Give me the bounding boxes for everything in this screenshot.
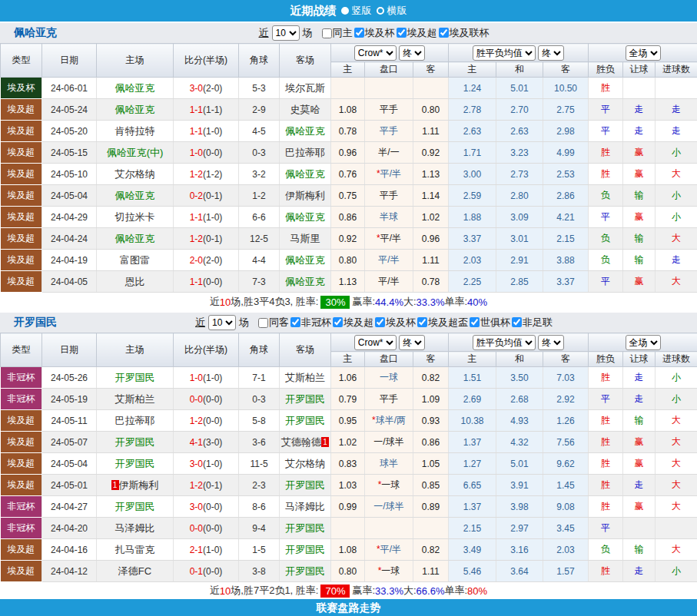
crow-handicap: 平手 — [365, 389, 413, 410]
team-link[interactable]: 扎马雷克 — [115, 544, 155, 555]
filter-checkbox[interactable] — [333, 317, 343, 327]
team-link[interactable]: 艾尔格纳 — [115, 168, 155, 180]
odds-source-select[interactable]: Crow* — [354, 45, 397, 61]
team-link[interactable]: 开罗国民 — [115, 436, 155, 448]
team-link[interactable]: 佩哈亚克 — [285, 254, 325, 266]
team-link[interactable]: 艾尔格纳 — [285, 458, 325, 469]
filter-checkbox[interactable] — [417, 317, 427, 327]
team-link[interactable]: 史莫哈 — [290, 104, 320, 115]
avg-home-odds: 3.37 — [449, 228, 496, 250]
match-count-select[interactable]: 10 — [272, 25, 300, 41]
filter-埃及超盃[interactable]: 埃及超盃 — [417, 316, 468, 330]
avg-home-odds: 2.15 — [449, 518, 496, 539]
score: 2-0(2-0) — [174, 250, 239, 271]
team-link[interactable]: 佩哈亚克 — [285, 211, 325, 223]
filter-埃及杯[interactable]: 埃及杯 — [354, 26, 395, 40]
filter-埃及超[interactable]: 埃及超 — [397, 26, 437, 40]
team-link[interactable]: 埃尔瓦斯 — [285, 82, 325, 94]
same-venue-checkbox[interactable]: 同客 — [251, 316, 289, 330]
team-link[interactable]: 开罗国民 — [115, 372, 155, 383]
team-link[interactable]: 艾德翰德 — [281, 436, 321, 448]
filter-世俱杯[interactable]: 世俱杯 — [470, 316, 510, 330]
fulltime-select[interactable]: 全场 — [626, 335, 661, 350]
filter-checkbox[interactable] — [512, 317, 522, 327]
team-link[interactable]: 泽德FC — [118, 565, 151, 577]
team-link[interactable]: 开罗国民 — [285, 479, 325, 491]
result-handicap: 走 — [623, 99, 656, 121]
team-link[interactable]: 佩哈亚克 — [285, 168, 325, 180]
filter-埃及杯[interactable]: 埃及杯 — [375, 316, 416, 330]
page-title: 近期战绩 — [290, 4, 337, 18]
team-link[interactable]: 马泽姆比 — [115, 522, 155, 534]
filter-checkbox[interactable] — [439, 28, 449, 38]
team-link[interactable]: 佩哈亚克 — [285, 125, 325, 137]
same-venue-box[interactable] — [322, 28, 332, 38]
team-link[interactable]: 富图雷 — [120, 254, 150, 266]
odds-final-select[interactable]: 终 — [399, 335, 425, 350]
filter-埃及超[interactable]: 埃及超 — [333, 316, 373, 330]
match-type-badge: 埃及超 — [1, 561, 42, 582]
avg-away-odds: 9.08 — [543, 496, 589, 518]
team-link[interactable]: 佩哈亚克 — [285, 276, 325, 287]
team-link[interactable]: 肯特拉特 — [115, 125, 155, 137]
avg-final-select[interactable]: 终 — [538, 45, 564, 61]
team-link[interactable]: 佩哈亚克 — [115, 82, 155, 94]
radio-unselected-icon[interactable] — [377, 7, 384, 15]
filter-checkbox[interactable] — [290, 317, 300, 327]
team-link[interactable]: 恩比 — [125, 276, 145, 287]
filter-checkbox[interactable] — [470, 317, 480, 327]
team-name[interactable]: 开罗国民 — [14, 316, 57, 330]
odds-final-select[interactable]: 终 — [399, 45, 425, 61]
filter-checkbox[interactable] — [354, 28, 364, 38]
team-link[interactable]: 巴拉蒂耶 — [115, 415, 155, 426]
team-link[interactable]: 开罗国民 — [115, 501, 155, 512]
same-venue-checkbox[interactable]: 同主 — [314, 26, 353, 40]
crow-handicap: 半/一 — [365, 142, 413, 164]
team-link[interactable]: 开罗国民 — [285, 565, 325, 577]
team-link[interactable]: 开罗国民 — [115, 458, 155, 469]
filter-埃及联杯[interactable]: 埃及联杯 — [439, 26, 490, 40]
team-link[interactable]: 巴拉蒂耶 — [285, 147, 325, 158]
team-link[interactable]: 开罗国民 — [285, 415, 325, 426]
avg-away-odds: 2.92 — [543, 389, 589, 410]
team-link[interactable]: 伊斯梅利 — [119, 479, 159, 491]
team-link[interactable]: 伊斯梅利 — [285, 190, 325, 201]
filter-checkbox[interactable] — [375, 317, 385, 327]
match-count-select[interactable]: 10 — [208, 315, 236, 330]
team-link[interactable]: 开罗国民 — [285, 522, 325, 534]
team-link[interactable]: 佩哈亚克 — [115, 233, 155, 244]
crow-home-odds: 0.96 — [331, 142, 365, 164]
avg-odds-select[interactable]: 胜平负均值 — [473, 335, 536, 350]
radio-horizontal-label: 横版 — [387, 4, 407, 18]
team-link[interactable]: 艾斯柏兰 — [115, 393, 155, 405]
crow-home-odds: 0.76 — [331, 164, 365, 185]
team-link[interactable]: 艾斯柏兰 — [285, 372, 325, 383]
team-link[interactable]: 佩哈亚克(中) — [107, 147, 164, 158]
team-link[interactable]: 切拉米卡 — [115, 211, 155, 223]
league-trend-title[interactable]: 联赛盘路走势 — [317, 601, 381, 615]
radio-selected-icon[interactable] — [341, 7, 349, 15]
fulltime-select[interactable]: 全场 — [626, 45, 661, 61]
team-name[interactable]: 佩哈亚克 — [14, 26, 57, 40]
avg-away-odds: 1.57 — [543, 561, 589, 582]
same-venue-box[interactable] — [258, 318, 268, 328]
layout-radio-horizontal[interactable]: 横版 — [377, 4, 407, 18]
filter-非足联[interactable]: 非足联 — [512, 316, 553, 330]
match-date: 24-04-27 — [42, 496, 97, 518]
team-link[interactable]: 马斯里 — [290, 233, 320, 244]
odds-source-select[interactable]: Crow* — [354, 335, 397, 350]
score: 3-0(0-0) — [174, 496, 239, 518]
team-link[interactable]: 佩哈亚克 — [115, 190, 155, 201]
filter-非冠杯[interactable]: 非冠杯 — [290, 316, 331, 330]
team-link[interactable]: 开罗国民 — [285, 393, 325, 405]
avg-final-select[interactable]: 终 — [538, 335, 564, 350]
avg-odds-select[interactable]: 胜平负均值 — [473, 45, 536, 61]
score: 1-2(0-1) — [174, 228, 239, 250]
team-link[interactable]: 开罗国民 — [285, 544, 325, 555]
layout-radio-vertical[interactable]: 竖版 — [341, 4, 372, 18]
filter-checkbox[interactable] — [397, 28, 407, 38]
team-link[interactable]: 佩哈亚克 — [115, 104, 155, 115]
team-link[interactable]: 马泽姆比 — [285, 501, 325, 512]
corner-count: 8-6 — [239, 496, 280, 518]
home-team: 巴拉蒂耶 — [97, 410, 174, 432]
